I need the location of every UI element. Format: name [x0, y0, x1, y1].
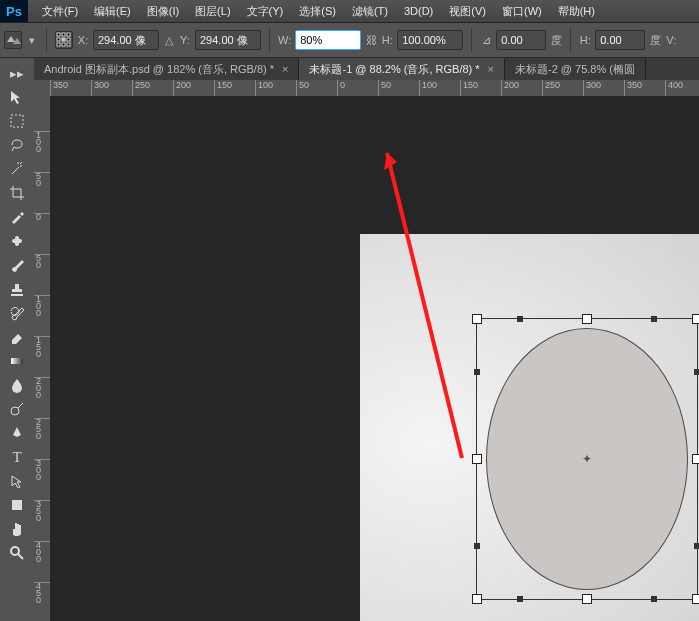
brush-tool[interactable]: [4, 254, 30, 276]
svg-rect-5: [67, 38, 70, 41]
h-label: H:: [381, 34, 393, 46]
anchor-e1: [694, 369, 699, 375]
ruler-corner: [34, 80, 51, 97]
svg-rect-7: [62, 43, 65, 46]
h2-label: H:: [579, 34, 591, 46]
menu-type[interactable]: 文字(Y): [239, 0, 292, 22]
ruler-tick: 100: [34, 131, 50, 153]
w-field[interactable]: 80%: [295, 30, 361, 50]
ruler-tick: 400: [665, 80, 683, 96]
angle-field[interactable]: 0.00: [496, 30, 546, 50]
handle-e[interactable]: [692, 454, 699, 464]
type-tool[interactable]: T: [4, 446, 30, 468]
transform-bounding-box[interactable]: ✦: [476, 318, 698, 600]
marquee-tool[interactable]: [4, 110, 30, 132]
menu-edit[interactable]: 编辑(E): [86, 0, 139, 22]
handle-w[interactable]: [472, 454, 482, 464]
blur-tool[interactable]: [4, 374, 30, 396]
doc-tab-label: 未标题-2 @ 75.8% (椭圆: [515, 62, 635, 77]
w-label: W:: [278, 34, 291, 46]
ruler-tick: 450: [34, 582, 50, 604]
handle-se[interactable]: [692, 594, 699, 604]
anchor-e2: [694, 543, 699, 549]
dropdown-icon[interactable]: ▾: [26, 34, 38, 47]
y-field[interactable]: 294.00 像: [195, 30, 261, 50]
history-brush-tool[interactable]: [4, 302, 30, 324]
anchor-w1: [474, 369, 480, 375]
anchor-w2: [474, 543, 480, 549]
handle-nw[interactable]: [472, 314, 482, 324]
ruler-vertical[interactable]: 10050050100150200250300350400450500: [34, 96, 51, 621]
menu-view[interactable]: 视图(V): [441, 0, 494, 22]
h2-field[interactable]: 0.00: [595, 30, 645, 50]
options-bar: ▾ X: 294.00 像 △ Y: 294.00 像 W: 80% ⛓ H: …: [0, 23, 699, 58]
eyedropper-tool[interactable]: [4, 206, 30, 228]
handle-n[interactable]: [582, 314, 592, 324]
y-label: Y:: [179, 34, 191, 46]
handle-sw[interactable]: [472, 594, 482, 604]
handle-ne[interactable]: [692, 314, 699, 324]
x-field[interactable]: 294.00 像: [93, 30, 159, 50]
ruler-tick: 300: [91, 80, 109, 96]
doc-tab-0[interactable]: Android 图标副本.psd @ 182% (音乐, RGB/8) *×: [34, 58, 299, 80]
reference-point-icon[interactable]: [55, 31, 73, 49]
doc-tab-1[interactable]: 未标题-1 @ 88.2% (音乐, RGB/8) *×: [299, 58, 505, 80]
ruler-tick: 200: [34, 377, 50, 399]
heal-tool[interactable]: [4, 230, 30, 252]
svg-rect-2: [67, 33, 70, 36]
pen-tool[interactable]: [4, 422, 30, 444]
ruler-tick: 300: [583, 80, 601, 96]
close-icon[interactable]: ×: [282, 63, 288, 75]
doc-tab-label: Android 图标副本.psd @ 182% (音乐, RGB/8) *: [44, 62, 274, 77]
svg-rect-12: [11, 358, 23, 364]
menu-file[interactable]: 文件(F): [34, 0, 86, 22]
shape-tool[interactable]: [4, 494, 30, 516]
handle-s[interactable]: [582, 594, 592, 604]
menu-image[interactable]: 图像(I): [139, 0, 187, 22]
anchor-n1: [517, 316, 523, 322]
eraser-tool[interactable]: [4, 326, 30, 348]
ruler-tick: 0: [337, 80, 345, 96]
zoom-tool[interactable]: [4, 542, 30, 564]
menu-select[interactable]: 选择(S): [291, 0, 344, 22]
ruler-tick: 50: [378, 80, 391, 96]
wand-tool[interactable]: [4, 158, 30, 180]
ruler-tick: 350: [34, 500, 50, 522]
menu-filter[interactable]: 滤镜(T): [344, 0, 396, 22]
menu-3d[interactable]: 3D(D): [396, 0, 441, 22]
dodge-tool[interactable]: [4, 398, 30, 420]
crop-tool[interactable]: [4, 182, 30, 204]
stamp-tool[interactable]: [4, 278, 30, 300]
h-field[interactable]: 100.00%: [397, 30, 463, 50]
doc-tab-2[interactable]: 未标题-2 @ 75.8% (椭圆: [505, 58, 646, 80]
ps-logo: Ps: [0, 0, 28, 22]
ruler-tick: 250: [132, 80, 150, 96]
angle-icon: ⊿: [480, 34, 492, 47]
expand-icon[interactable]: ▸▸: [4, 62, 30, 84]
link-icon[interactable]: ⛓: [365, 34, 377, 46]
menu-window[interactable]: 窗口(W): [494, 0, 550, 22]
ruler-tick: 300: [34, 459, 50, 481]
menu-layer[interactable]: 图层(L): [187, 0, 238, 22]
lasso-tool[interactable]: [4, 134, 30, 156]
canvas-area[interactable]: ✦: [50, 96, 699, 621]
tool-palette: ▸▸ T: [0, 58, 35, 621]
hand-tool[interactable]: [4, 518, 30, 540]
gradient-tool[interactable]: [4, 350, 30, 372]
path-tool[interactable]: [4, 470, 30, 492]
ruler-tick: 100: [34, 295, 50, 317]
ruler-tick: 0: [34, 213, 50, 221]
center-icon: ✦: [582, 452, 592, 466]
ruler-tick: 150: [214, 80, 232, 96]
move-tool[interactable]: [4, 86, 30, 108]
transform-mode-icon[interactable]: [4, 31, 22, 49]
ruler-tick: 50: [296, 80, 309, 96]
delta-icon[interactable]: △: [163, 34, 175, 47]
document-tabs: Android 图标副本.psd @ 182% (音乐, RGB/8) *× 未…: [34, 58, 699, 81]
menu-help[interactable]: 帮助(H): [550, 0, 603, 22]
ruler-horizontal[interactable]: 3503002502001501005005010015020025030035…: [50, 80, 699, 97]
ruler-tick: 150: [460, 80, 478, 96]
svg-rect-11: [15, 236, 19, 246]
close-icon[interactable]: ×: [488, 63, 494, 75]
svg-rect-4: [62, 38, 65, 41]
